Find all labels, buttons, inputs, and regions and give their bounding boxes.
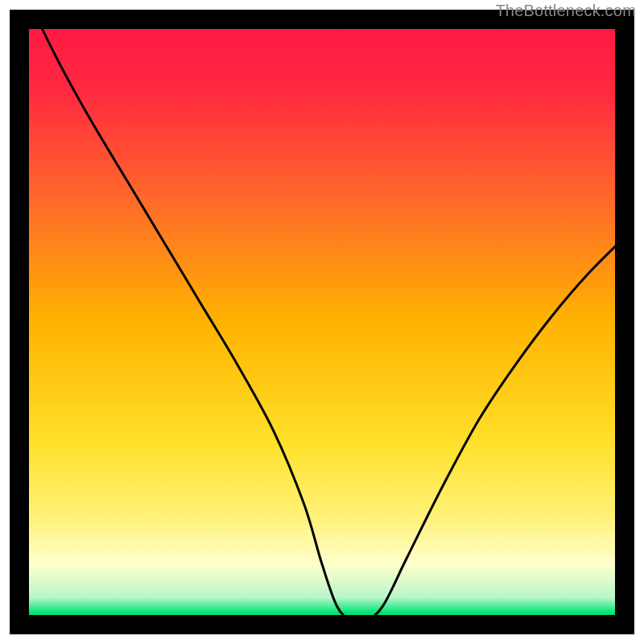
plot-background xyxy=(19,19,625,625)
bottleneck-chart xyxy=(0,0,644,644)
chart-container: TheBottleneck.com xyxy=(0,0,644,644)
watermark-text: TheBottleneck.com xyxy=(495,2,636,20)
